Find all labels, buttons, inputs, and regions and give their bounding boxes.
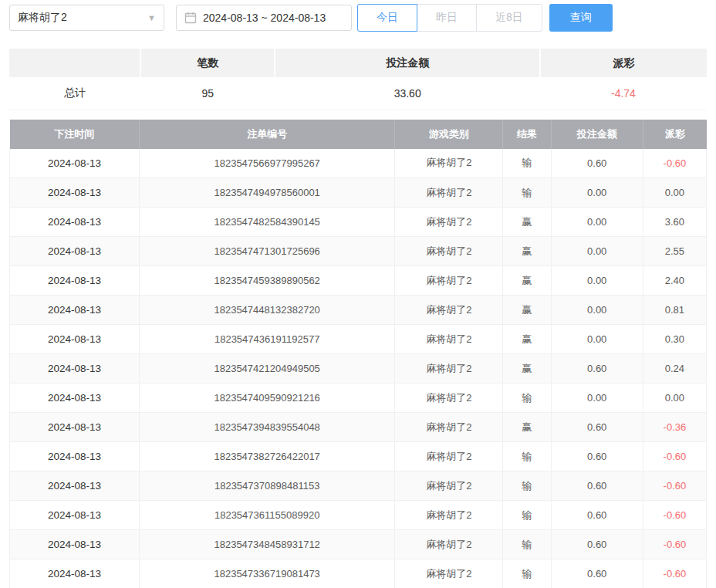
bet-date-cell: 2024-08-13: [10, 501, 140, 530]
payout-cell: -0.60: [643, 442, 706, 471]
table-row: 2024-08-131823547494978560001麻将胡了2输0.000…: [10, 178, 707, 208]
bet-amount-cell: 0.00: [551, 178, 643, 208]
result-cell: 输: [503, 178, 551, 208]
bet-date-cell: 2024-08-13: [10, 149, 140, 178]
bet-id-cell: 1823547370898481153: [139, 471, 394, 501]
table-row: 2024-08-131823547361155089920麻将胡了2输0.60-…: [10, 501, 707, 530]
game-type-cell: 麻将胡了2: [395, 471, 503, 501]
payout-cell: 0.30: [643, 325, 706, 354]
bet-date-cell: 2024-08-13: [10, 266, 140, 296]
payout-cell: -0.60: [643, 471, 706, 501]
header-result: 结果: [503, 120, 551, 149]
bet-amount-cell: 0.60: [551, 559, 643, 588]
game-type-cell: 麻将胡了2: [395, 208, 503, 237]
today-button[interactable]: 今日: [357, 4, 417, 32]
date-range-picker[interactable]: 2024-08-13 ~ 2024-08-13: [176, 5, 352, 31]
bet-date-cell: 2024-08-13: [10, 559, 140, 588]
game-type-cell: 麻将胡了2: [395, 266, 503, 296]
bet-date-cell: 2024-08-13: [10, 208, 140, 237]
payout-cell: 0.81: [643, 296, 706, 325]
bet-id-cell: 1823547336719081473: [139, 559, 394, 588]
game-type-cell: 麻将胡了2: [395, 178, 503, 208]
game-type-cell: 麻将胡了2: [395, 149, 503, 178]
table-row: 2024-08-131823547566977995267麻将胡了2输0.60-…: [10, 149, 707, 178]
table-row: 2024-08-131823547459389890562麻将胡了2赢0.002…: [10, 266, 707, 296]
game-type-cell: 麻将胡了2: [395, 413, 503, 442]
summary-table: 笔数 投注金额 派彩 总计 95 33.60 -4.74: [9, 49, 707, 110]
game-type-cell: 麻将胡了2: [395, 442, 503, 471]
table-row: 2024-08-131823547394839554048麻将胡了2赢0.60-…: [10, 413, 707, 442]
summary-header-payout: 派彩: [540, 49, 707, 77]
bet-id-cell: 1823547421204949505: [139, 354, 394, 384]
bet-amount-cell: 0.60: [551, 354, 643, 384]
bet-amount-cell: 0.00: [551, 208, 643, 237]
game-type-cell: 麻将胡了2: [395, 559, 503, 588]
bet-amount-cell: 0.00: [551, 296, 643, 325]
bet-amount-cell: 0.00: [551, 325, 643, 354]
summary-header-bet-amount: 投注金额: [275, 49, 540, 77]
bet-id-cell: 1823547471301725696: [139, 237, 394, 266]
bet-date-cell: 2024-08-13: [10, 413, 140, 442]
result-cell: 赢: [503, 208, 551, 237]
bet-id-cell: 1823547436191192577: [139, 325, 394, 354]
filter-toolbar: 麻将胡了2 ▼ 2024-08-13 ~ 2024-08-13 今日 昨日 近8…: [9, 4, 707, 32]
bet-id-cell: 1823547459389890562: [139, 266, 394, 296]
bet-id-cell: 1823547494978560001: [139, 178, 394, 208]
table-row: 2024-08-131823547409590921216麻将胡了2输0.000…: [10, 384, 707, 413]
game-select-value: 麻将胡了2: [18, 11, 67, 25]
payout-cell: -0.60: [643, 501, 706, 530]
result-cell: 赢: [503, 237, 551, 266]
bet-table-header-row: 下注时间 注单编号 游戏类别 结果 投注金额 派彩: [10, 120, 707, 149]
search-button[interactable]: 查询: [549, 4, 613, 32]
table-row: 2024-08-131823547482584390145麻将胡了2赢0.003…: [10, 208, 707, 237]
table-row: 2024-08-131823547448132382720麻将胡了2赢0.000…: [10, 296, 707, 325]
summary-header-row: 笔数 投注金额 派彩: [9, 49, 707, 77]
table-row: 2024-08-131823547471301725696麻将胡了2赢0.002…: [10, 237, 707, 266]
payout-cell: 0.00: [643, 178, 706, 208]
bet-table-body: 2024-08-131823547566977995267麻将胡了2输0.60-…: [10, 149, 707, 588]
game-select[interactable]: 麻将胡了2 ▼: [9, 5, 164, 31]
summary-bet-amount: 33.60: [275, 77, 540, 110]
bet-amount-cell: 0.60: [551, 501, 643, 530]
bet-id-cell: 1823547361155089920: [139, 501, 394, 530]
payout-cell: 0.00: [643, 384, 706, 413]
last-8-days-button[interactable]: 近8日: [476, 4, 542, 32]
bet-amount-cell: 0.60: [551, 471, 643, 501]
bet-date-cell: 2024-08-13: [10, 178, 140, 208]
bet-date-cell: 2024-08-13: [10, 354, 140, 384]
bet-amount-cell: 0.00: [551, 384, 643, 413]
date-range-value: 2024-08-13 ~ 2024-08-13: [203, 12, 326, 24]
table-row: 2024-08-131823547370898481153麻将胡了2输0.60-…: [10, 471, 707, 501]
result-cell: 赢: [503, 266, 551, 296]
header-bet-time: 下注时间: [10, 120, 140, 149]
payout-cell: 2.40: [643, 266, 706, 296]
bet-amount-cell: 0.60: [551, 442, 643, 471]
bet-id-cell: 1823547394839554048: [139, 413, 394, 442]
result-cell: 输: [503, 530, 551, 559]
chevron-down-icon: ▼: [147, 14, 156, 22]
quick-range-button-group: 今日 昨日 近8日: [357, 4, 542, 32]
bet-id-cell: 1823547348458931712: [139, 530, 394, 559]
table-row: 2024-08-131823547336719081473麻将胡了2输0.60-…: [10, 559, 707, 588]
bet-amount-cell: 0.60: [551, 413, 643, 442]
bet-date-cell: 2024-08-13: [10, 325, 140, 354]
game-type-cell: 麻将胡了2: [395, 354, 503, 384]
result-cell: 赢: [503, 325, 551, 354]
report-page: 麻将胡了2 ▼ 2024-08-13 ~ 2024-08-13 今日 昨日 近8…: [0, 0, 716, 588]
bet-date-cell: 2024-08-13: [10, 471, 140, 501]
bet-id-cell: 1823547566977995267: [139, 149, 394, 178]
result-cell: 输: [503, 149, 551, 178]
result-cell: 输: [503, 384, 551, 413]
bet-date-cell: 2024-08-13: [10, 384, 140, 413]
result-cell: 输: [503, 501, 551, 530]
result-cell: 赢: [503, 354, 551, 384]
yesterday-button[interactable]: 昨日: [417, 4, 477, 32]
game-type-cell: 麻将胡了2: [395, 237, 503, 266]
calendar-icon: [184, 12, 197, 24]
result-cell: 赢: [503, 296, 551, 325]
result-cell: 输: [503, 442, 551, 471]
summary-count: 95: [140, 77, 275, 110]
bet-id-cell: 1823547409590921216: [139, 384, 394, 413]
summary-header-blank: [9, 49, 140, 77]
summary-total-row: 总计 95 33.60 -4.74: [9, 77, 707, 110]
